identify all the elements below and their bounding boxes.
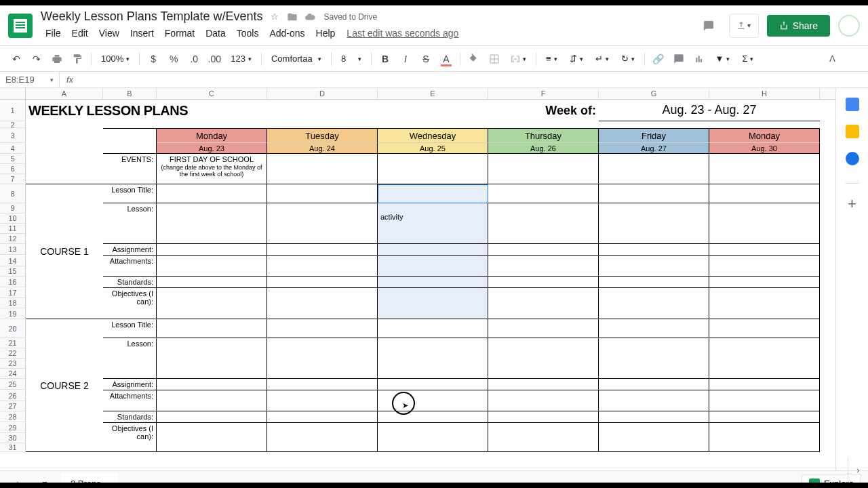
toolbar: ↶ ↷ 100% ▾ $ % .0 .00 123▾ Comfortaa ▾ 8… (0, 46, 868, 72)
link-icon[interactable]: 🔗 (649, 49, 668, 68)
undo-icon[interactable]: ↶ (7, 49, 26, 68)
functions-icon[interactable]: Σ▾ (736, 51, 759, 66)
menu-view[interactable]: View (94, 25, 124, 41)
share-button[interactable]: Share (767, 15, 830, 37)
calendar-icon[interactable] (846, 98, 859, 111)
menu-file[interactable]: File (41, 25, 66, 41)
number-format-select[interactable]: 123▾ (225, 51, 257, 66)
side-panel-toggle-icon[interactable]: › (848, 457, 868, 483)
formula-bar[interactable] (80, 72, 868, 87)
merge-icon[interactable]: ▾ (505, 51, 532, 67)
menu-addons[interactable]: Add-ons (264, 25, 309, 41)
star-icon[interactable]: ☆ (269, 11, 281, 23)
halign-icon[interactable]: ≡▾ (540, 51, 563, 66)
currency-icon[interactable]: $ (144, 49, 163, 68)
cloud-icon (304, 11, 316, 23)
strike-icon[interactable]: S (416, 49, 435, 68)
side-panel: + (835, 88, 868, 470)
doc-title[interactable]: Weekly Lesson Plans Template w/Events (41, 9, 263, 24)
valign-icon[interactable]: ⇵▾ (564, 51, 589, 66)
spreadsheet-grid[interactable]: ABCDEFGH1WEEKLY LESSON PLANSWeek of:Aug.… (0, 88, 835, 470)
bold-icon[interactable]: B (376, 49, 395, 68)
italic-icon[interactable]: I (396, 49, 415, 68)
rotate-icon[interactable]: ↻▾ (616, 51, 640, 66)
increase-decimal-icon[interactable]: .00 (205, 49, 224, 68)
fx-icon: fx (60, 72, 80, 87)
add-addon-icon[interactable]: + (846, 197, 859, 211)
percent-icon[interactable]: % (164, 49, 183, 68)
borders-icon[interactable] (485, 49, 504, 68)
redo-icon[interactable]: ↷ (27, 49, 46, 68)
paint-format-icon[interactable] (68, 49, 87, 68)
comments-icon[interactable] (696, 14, 721, 38)
comment-icon[interactable] (669, 49, 688, 68)
menu-tools[interactable]: Tools (232, 25, 264, 41)
zoom-select[interactable]: 100% ▾ (96, 51, 135, 66)
font-select[interactable]: Comfortaa ▾ (266, 51, 327, 66)
present-icon[interactable]: ▾ (729, 14, 759, 38)
sheets-logo[interactable] (8, 14, 33, 38)
text-color-icon[interactable]: A (437, 49, 456, 68)
menu-data[interactable]: Data (201, 25, 231, 41)
menu-format[interactable]: Format (160, 25, 199, 41)
share-label: Share (793, 20, 818, 31)
last-edit-link[interactable]: Last edit was seconds ago (341, 25, 464, 41)
move-icon[interactable] (286, 11, 298, 23)
saved-status: Saved to Drive (324, 12, 378, 22)
name-box[interactable]: E8:E19▾ (0, 72, 60, 87)
tasks-icon[interactable] (846, 152, 859, 165)
print-icon[interactable] (47, 49, 66, 68)
wrap-icon[interactable]: ↵▾ (590, 51, 614, 66)
fill-color-icon[interactable] (465, 49, 484, 68)
keep-icon[interactable] (846, 125, 859, 138)
menu-bar: File Edit View Insert Format Data Tools … (41, 25, 696, 41)
filter-icon[interactable]: ▼▾ (710, 51, 736, 66)
title-bar: Weekly Lesson Plans Template w/Events ☆ … (0, 5, 868, 46)
menu-edit[interactable]: Edit (67, 25, 93, 41)
menu-help[interactable]: Help (311, 25, 340, 41)
collapse-toolbar-icon[interactable]: ᐱ (829, 54, 835, 64)
menu-insert[interactable]: Insert (125, 25, 159, 41)
user-avatar[interactable] (838, 15, 860, 37)
chart-icon[interactable] (690, 49, 709, 68)
font-size-select[interactable]: 8 ▾ (336, 51, 367, 66)
decrease-decimal-icon[interactable]: .0 (184, 49, 203, 68)
